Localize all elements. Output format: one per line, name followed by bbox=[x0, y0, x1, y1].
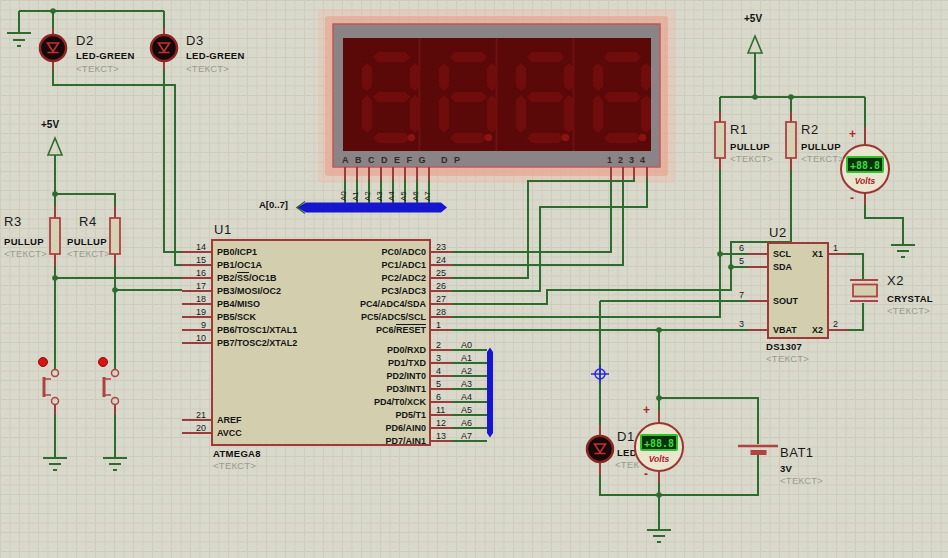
pin-label: PD2/INT0 bbox=[311, 370, 426, 383]
wire-meter-gnd bbox=[865, 205, 903, 245]
crystal-ref: X2 bbox=[887, 273, 904, 288]
pin-label: PC3/ADC3 bbox=[311, 285, 426, 298]
resistor-r3-text: <ТЕКСТ> bbox=[4, 248, 47, 259]
u1-pc-pin-labels: PC0/ADC0 PC1/ADC1 PC2/ADC2 PC3/ADC3 PC4/… bbox=[311, 246, 426, 337]
pin-number: 18 bbox=[180, 293, 206, 306]
voltmeter-unit: Volts bbox=[855, 176, 876, 186]
pin-number: 11 bbox=[436, 404, 458, 417]
pin-label: PD5/T1 bbox=[311, 409, 426, 422]
pin-label: PC1/ADC1 bbox=[311, 259, 426, 272]
u2-ref: U2 bbox=[769, 225, 787, 240]
net-label-a4: A4 bbox=[387, 171, 397, 201]
pin-number: 1 bbox=[436, 319, 458, 332]
bus-horizontal[interactable] bbox=[297, 203, 447, 213]
crystal-text: <ТЕКСТ> bbox=[887, 305, 930, 316]
net-label-a1: A1 bbox=[351, 171, 361, 201]
u2-pin-label-sout: SOUT bbox=[773, 295, 798, 308]
wire-5v-left bbox=[55, 155, 115, 206]
bus-label: A[0..7] bbox=[259, 199, 288, 210]
button-terminal bbox=[52, 370, 59, 377]
resistor-r2-ref: R2 bbox=[801, 122, 819, 137]
pin-label: PD0/RXD bbox=[311, 344, 426, 357]
battery-value: 3V bbox=[780, 463, 792, 474]
voltmeter-bottom[interactable]: +88.8 Volts bbox=[635, 423, 683, 471]
pin-label: PC6/RESET bbox=[311, 324, 426, 337]
resistor-r3-value: PULLUP bbox=[4, 236, 44, 247]
resistor-r1-text: <ТЕКСТ> bbox=[730, 153, 773, 164]
pin-number: 6 bbox=[436, 391, 458, 404]
u2-pin-number: 5 bbox=[722, 256, 744, 266]
led-d2-text: <ТЕКСТ> bbox=[76, 63, 119, 74]
resistor-r2-body[interactable] bbox=[786, 122, 796, 158]
led-d3[interactable] bbox=[151, 35, 177, 61]
ground-top-left bbox=[7, 33, 31, 46]
net-label: A3 bbox=[461, 378, 487, 391]
resistor-r1-body[interactable] bbox=[715, 122, 725, 158]
u2-pin-label-scl: SCL bbox=[773, 248, 791, 261]
voltmeter-top-minus: - bbox=[850, 191, 854, 205]
voltmeter-bottom-minus: - bbox=[644, 467, 648, 481]
net-label-a6: A6 bbox=[411, 171, 421, 201]
bus-vertical[interactable] bbox=[487, 348, 493, 438]
pin-number: 20 bbox=[180, 422, 206, 435]
led-d1[interactable] bbox=[587, 436, 613, 462]
pin-number: 12 bbox=[436, 417, 458, 430]
net-label-a7: A7 bbox=[423, 171, 433, 201]
pin-number: 28 bbox=[436, 306, 458, 319]
net-label-a2: A2 bbox=[363, 171, 373, 201]
u2-pin-number: 7 bbox=[722, 290, 744, 300]
button-press-dot[interactable] bbox=[39, 358, 48, 367]
power-label-right: +5V bbox=[744, 13, 762, 24]
pin-label: AREF bbox=[217, 414, 297, 427]
u2-text: <ТЕКСТ> bbox=[766, 353, 809, 364]
ground-buttons bbox=[43, 458, 127, 470]
net-label: A4 bbox=[461, 391, 487, 404]
voltmeter-top-plus: + bbox=[849, 127, 856, 141]
schematic-canvas[interactable]: +88.8 Volts +88.8 Volts D2 LED-GREEN <ТЕ… bbox=[0, 0, 948, 558]
led-d2-ref: D2 bbox=[76, 33, 94, 48]
pin-number: 21 bbox=[180, 409, 206, 422]
wire-5v-right bbox=[720, 53, 865, 127]
pin-label: PC2/ADC2 bbox=[311, 272, 426, 285]
button-press-dot[interactable] bbox=[99, 358, 108, 367]
button-terminal bbox=[112, 398, 119, 405]
voltmeter-top[interactable]: +88.8 Volts bbox=[841, 145, 889, 193]
resistor-r4-ref: R4 bbox=[79, 214, 97, 229]
resistor-r3-body[interactable] bbox=[50, 218, 60, 254]
u2-part: DS1307 bbox=[766, 341, 802, 352]
led-d3-text: <ТЕКСТ> bbox=[186, 63, 229, 74]
pin-label: PD4/T0/XCK bbox=[311, 396, 426, 409]
pin-label: PD7/AIN1 bbox=[311, 435, 426, 448]
u1-left-pin-numbers: 14 15 16 17 18 19 9 10 bbox=[180, 241, 206, 345]
resistor-r4-value: PULLUP bbox=[67, 236, 107, 247]
pin-number: 15 bbox=[180, 254, 206, 267]
resistor-r3-ref: R3 bbox=[4, 214, 22, 229]
pin-label: PC0/ADC0 bbox=[311, 246, 426, 259]
pin-label: PD6/AIN0 bbox=[311, 422, 426, 435]
u1-pd-net-labels: A0 A1 A2 A3 A4 A5 A6 A7 bbox=[461, 339, 487, 443]
resistor-r4-body[interactable] bbox=[110, 218, 120, 254]
resistor-r1-value: PULLUP bbox=[730, 141, 770, 152]
pin-number: 3 bbox=[436, 352, 458, 365]
pin-number: 14 bbox=[180, 241, 206, 254]
led-d2[interactable] bbox=[40, 35, 66, 61]
wire-pullup-buttons bbox=[55, 266, 182, 458]
u2-pin-number: 3 bbox=[722, 319, 744, 329]
pin-number: 13 bbox=[436, 430, 458, 443]
u1-ref: U1 bbox=[214, 222, 232, 237]
display-digit-labels: 1234 bbox=[607, 155, 651, 165]
crystal-x2[interactable] bbox=[850, 280, 878, 301]
battery-bat1[interactable] bbox=[738, 446, 778, 453]
u2-pin-label-sda: SDA bbox=[773, 261, 792, 274]
net-label-a0: A0 bbox=[339, 171, 349, 201]
u2-pin-label-x1: X1 bbox=[793, 248, 823, 261]
battery-text: <ТЕКСТ> bbox=[780, 475, 823, 486]
pin-number: 10 bbox=[180, 332, 206, 345]
origin-marker-icon bbox=[591, 365, 609, 383]
pin-number: 16 bbox=[180, 267, 206, 280]
pin-number: 19 bbox=[180, 306, 206, 319]
pin-number: 5 bbox=[436, 378, 458, 391]
ground-top-right bbox=[891, 245, 915, 257]
u1-pd-pin-numbers: 2 3 4 5 6 11 12 13 bbox=[436, 339, 458, 443]
u1-part: ATMEGA8 bbox=[213, 448, 261, 459]
